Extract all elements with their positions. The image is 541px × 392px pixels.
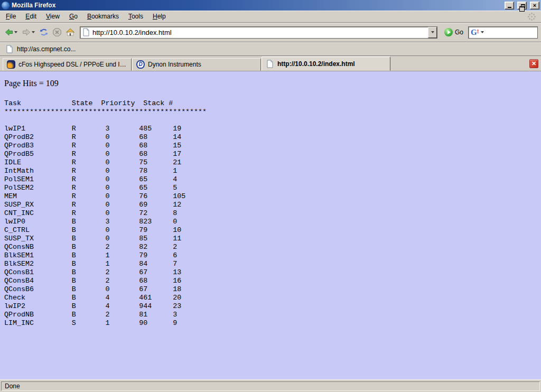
tab-label: cFos Highspeed DSL / PPPoE und ISDN CAP.… <box>18 61 127 68</box>
document-icon <box>266 60 274 68</box>
tab-bar: cFos Highspeed DSL / PPPoE und ISDN CAP.… <box>0 56 541 71</box>
page-icon <box>5 45 14 53</box>
url-dropdown-button[interactable] <box>428 27 437 38</box>
reload-icon <box>40 28 48 36</box>
go-button[interactable]: Go <box>441 28 467 36</box>
search-box[interactable]: G! <box>468 26 538 39</box>
address-bar[interactable] <box>80 26 437 39</box>
home-icon <box>66 28 74 36</box>
activity-throbber-icon <box>527 12 536 21</box>
page-icon <box>82 28 90 36</box>
search-engine-dropdown-icon[interactable] <box>481 31 484 33</box>
forward-dropdown-icon[interactable] <box>32 31 35 33</box>
reload-button[interactable] <box>38 26 50 38</box>
forward-arrow-icon <box>22 28 31 36</box>
bookmark-item[interactable]: http://as.cmpnet.co... <box>5 45 76 53</box>
menu-help[interactable]: Help <box>148 11 171 22</box>
task-table: Task State Priority Stack # ************… <box>4 99 537 328</box>
page-hits-text: Page Hits = 109 <box>4 79 537 88</box>
back-button[interactable] <box>3 26 19 38</box>
tab-cfos[interactable]: cFos Highspeed DSL / PPPoE und ISDN CAP.… <box>3 58 132 71</box>
restore-button[interactable] <box>517 2 527 10</box>
forward-button[interactable] <box>21 26 36 38</box>
status-bar: Done <box>0 379 541 392</box>
stop-icon <box>53 28 61 36</box>
close-tab-button[interactable]: ✕ <box>529 59 538 68</box>
tab-dynon[interactable]: D Dynon Instruments <box>132 58 261 71</box>
menu-bookmarks[interactable]: Bookmarks <box>82 11 124 22</box>
browser-window: Mozilla Firefox × File Edit View Go Book… <box>0 0 541 392</box>
status-text: Done <box>1 381 540 391</box>
google-icon: G! <box>471 29 479 36</box>
dynon-icon: D <box>136 60 145 69</box>
minimize-button[interactable] <box>505 2 514 10</box>
go-icon <box>444 28 453 36</box>
tab-label: Dynon Instruments <box>148 61 201 68</box>
firefox-icon <box>2 2 10 10</box>
go-label: Go <box>455 29 463 36</box>
url-dropdown-icon <box>431 31 434 33</box>
navigation-toolbar: Go G! <box>0 23 541 42</box>
restore-icon <box>521 4 525 8</box>
menu-view[interactable]: View <box>41 11 64 22</box>
page-content: Page Hits = 109 Task State Priority Stac… <box>0 71 541 379</box>
search-input[interactable] <box>485 28 535 37</box>
menu-edit[interactable]: Edit <box>21 11 41 22</box>
url-input[interactable] <box>90 29 428 36</box>
tab-index-active[interactable]: http://10.0.10.2/index.html <box>262 57 390 71</box>
cfos-icon <box>7 60 15 69</box>
stop-button[interactable] <box>51 26 63 38</box>
menu-go[interactable]: Go <box>64 11 82 22</box>
back-arrow-icon <box>5 28 13 36</box>
window-title: Mozilla Firefox <box>12 2 501 9</box>
menu-file[interactable]: File <box>1 11 21 22</box>
menu-bar: File Edit View Go Bookmarks Tools Help <box>0 11 541 23</box>
bookmark-label: http://as.cmpnet.co... <box>17 45 76 53</box>
tab-label: http://10.0.10.2/index.html <box>277 60 355 68</box>
bookmarks-toolbar: http://as.cmpnet.co... <box>0 42 541 56</box>
close-icon: × <box>533 3 536 8</box>
back-dropdown-icon[interactable] <box>14 31 17 33</box>
home-button[interactable] <box>64 26 76 38</box>
close-button[interactable]: × <box>530 2 539 10</box>
title-bar: Mozilla Firefox × <box>0 0 541 11</box>
minimize-icon <box>508 7 511 8</box>
menu-tools[interactable]: Tools <box>124 11 148 22</box>
close-tab-icon: ✕ <box>531 61 536 67</box>
